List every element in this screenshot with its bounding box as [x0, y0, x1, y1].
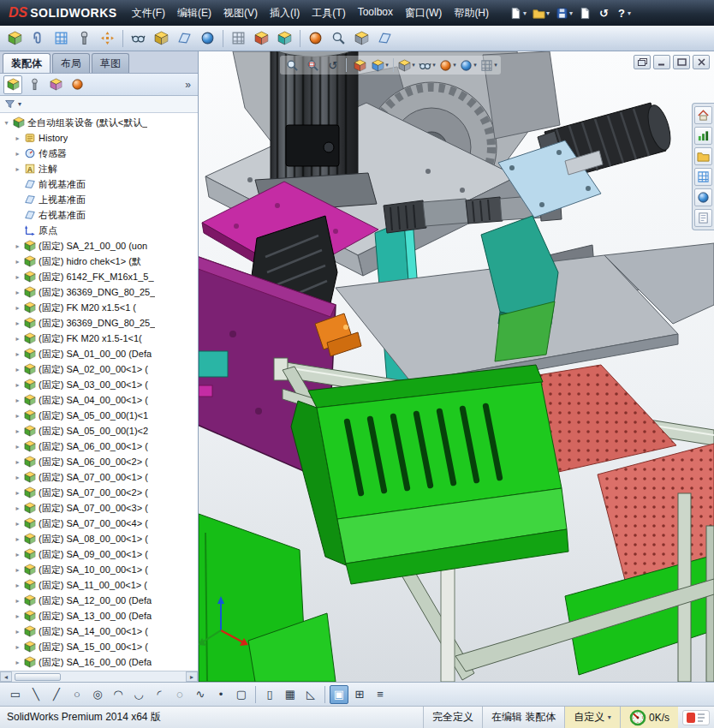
expand-arrow-icon[interactable]: ▸ [14, 289, 21, 296]
expand-arrow-icon[interactable]: ▸ [14, 134, 21, 142]
move-component-button[interactable] [97, 27, 118, 49]
expand-arrow-icon[interactable]: ▸ [14, 628, 21, 636]
expand-arrow-icon[interactable]: ▸ [14, 427, 21, 435]
tree-item-annotations[interactable]: ▸注解 [0, 161, 198, 176]
net-speed-widget[interactable]: 0K/s [620, 707, 678, 728]
tree-item-origin[interactable]: 原点 [0, 223, 198, 238]
expand-arrow-icon[interactable]: ▸ [14, 319, 21, 327]
instant3d-button[interactable] [274, 27, 295, 49]
view-settings-button[interactable]: ▾ [479, 57, 498, 74]
tree-item-component[interactable]: ▸(固定) FK M20 x1.5<1 ( [0, 300, 198, 315]
menu-toolbox[interactable]: Toolbox [352, 3, 399, 24]
expand-arrow-icon[interactable]: ▸ [14, 659, 21, 666]
3d-model-scene[interactable] [199, 51, 714, 682]
polygon-button[interactable]: ◺ [301, 685, 320, 704]
menu-edit[interactable]: 编辑(E) [171, 3, 217, 24]
tree-item-component[interactable]: ▸(固定) SA_12_00_00 (Defa [0, 593, 198, 608]
menu-file[interactable]: 文件(F) [126, 3, 171, 24]
tree-item-component[interactable]: ▸(固定) SA_02_00_00<1> ( [0, 361, 198, 377]
tree-horizontal-scrollbar[interactable]: ◂ ▸ [0, 671, 198, 682]
cascade-window-button[interactable] [634, 55, 651, 69]
motion-study-button[interactable] [197, 27, 218, 49]
three-point-arc-button[interactable]: ◜ [150, 685, 169, 704]
straight-slot-button[interactable]: ▯ [260, 685, 279, 704]
section-view-button[interactable] [374, 27, 396, 49]
tree-item-front-plane[interactable]: 前视基准面 [0, 176, 198, 192]
tree-item-component[interactable]: ▸(固定) hidro chek<1> (默 [0, 254, 198, 269]
sketch-button[interactable]: ▭ [6, 685, 25, 704]
tree-item-component[interactable]: ▸(固定) SA_11_00_00<1> ( [0, 577, 198, 593]
expand-arrow-icon[interactable]: ▸ [14, 520, 21, 528]
featuremanager-tab[interactable] [3, 75, 22, 94]
tab-layout[interactable]: 布局 [52, 53, 90, 73]
tree-item-sensors[interactable]: ▸传感器 [0, 146, 198, 161]
expand-arrow-icon[interactable]: ▸ [14, 458, 21, 466]
reference-geometry-button[interactable] [174, 27, 195, 49]
appearances-tab[interactable] [694, 188, 712, 206]
undo-button[interactable]: ↺ [595, 5, 613, 21]
mass-properties-button[interactable] [351, 27, 372, 49]
edit-appearance-button[interactable]: ▾ [438, 57, 457, 74]
tree-item-component[interactable]: ▸(固定) SA_03_00_00<1> ( [0, 377, 198, 392]
tree-item-component[interactable]: ▸(固定) SA_06_00_00<1> ( [0, 439, 198, 454]
tree-item-component[interactable]: ▸(固定) SA_13_00_00 (Defa [0, 608, 198, 624]
section-view-button[interactable] [350, 57, 369, 74]
view-orientation-button[interactable]: ▾ [371, 57, 390, 74]
perimeter-circle-button[interactable]: ◎ [88, 685, 107, 704]
display-style-button[interactable]: ▾ [397, 57, 416, 74]
previous-view-button[interactable]: ↺ [324, 57, 342, 74]
tree-item-component[interactable]: ▸(固定) SA_21_00_00 (uon [0, 238, 198, 254]
centerline-button[interactable]: ╱ [47, 685, 66, 704]
expand-arrow-icon[interactable]: ▸ [14, 335, 21, 343]
expand-arrow-icon[interactable]: ▸ [14, 474, 21, 481]
tree-filter-bar[interactable]: ▾ [0, 96, 198, 113]
bom-button[interactable] [228, 27, 249, 49]
apply-scene-button[interactable]: ▾ [459, 57, 478, 74]
tree-item-component[interactable]: ▸(固定) SA_09_00_00<1> ( [0, 546, 198, 562]
print-button[interactable] [576, 5, 594, 21]
expand-arrow-icon[interactable]: ▸ [14, 150, 21, 158]
tree-item-right-plane[interactable]: 右视基准面 [0, 207, 198, 223]
circle-button[interactable]: ○ [68, 685, 86, 704]
ellipse-button[interactable]: ◌ [170, 685, 189, 704]
tree-item-component[interactable]: ▸(固定) SA_07_00_00<2> ( [0, 485, 198, 500]
minimize-window-button[interactable] [653, 55, 670, 69]
insert-component-button[interactable] [4, 27, 26, 49]
display-grid-button[interactable]: ≡ [371, 685, 390, 704]
help-button[interactable]: ?▾ [614, 5, 634, 21]
spline-button[interactable]: ∿ [191, 685, 210, 704]
tree-item-top-plane[interactable]: 上视基准面 [0, 192, 198, 207]
expand-arrow-icon[interactable]: ▸ [14, 551, 21, 558]
smart-fasteners-button[interactable] [74, 27, 95, 49]
tree-item-component[interactable]: ▸(固定) SA_07_00_00<3> ( [0, 500, 198, 516]
tree-item-component[interactable]: ▸(固定) SA_14_00_00<1> ( [0, 624, 198, 639]
assembly-features-button[interactable] [151, 27, 172, 49]
restore-window-button[interactable] [673, 55, 690, 69]
tree-item-component[interactable]: ▸(固定) 6142_FK_M16x1_5_ [0, 269, 198, 284]
tree-item-component[interactable]: ▸(固定) SA_05_00_00(1)<1 [0, 408, 198, 423]
scrollbar-thumb[interactable] [15, 673, 61, 681]
show-hidden-button[interactable] [128, 27, 149, 49]
expand-arrow-icon[interactable]: ▸ [14, 597, 21, 605]
expand-arrow-icon[interactable]: ▸ [14, 397, 21, 404]
point-button[interactable]: • [211, 685, 230, 704]
open-button[interactable]: ▾ [530, 5, 552, 21]
expand-arrow-icon[interactable]: ▸ [14, 412, 21, 420]
tree-item-component[interactable]: ▸(固定) FK M20 x1.5-1<1( [0, 331, 198, 346]
linear-pattern-button[interactable] [51, 27, 72, 49]
tree-item-component[interactable]: ▸(固定) SA_15_00_00<1> ( [0, 639, 198, 654]
tree-item-component[interactable]: ▸(固定) 36369_DNG_80_25_ [0, 315, 198, 331]
status-custom-dropdown[interactable]: 自定义 ▾ [564, 707, 619, 728]
zoom-fit-button[interactable] [283, 57, 301, 74]
menu-view[interactable]: 视图(V) [217, 3, 264, 24]
model-chute[interactable] [291, 365, 568, 584]
mate-button[interactable] [27, 27, 49, 49]
expand-arrow-icon[interactable]: ▸ [14, 165, 21, 173]
expand-arrow-icon[interactable]: ▸ [14, 366, 21, 373]
tree-root[interactable]: ▾全自动组装设备 (默认<默认_ [0, 115, 198, 130]
expand-arrow-icon[interactable]: ▸ [14, 566, 21, 574]
menu-help[interactable]: 帮助(H) [448, 3, 495, 24]
interference-button[interactable] [305, 27, 326, 49]
expand-arrow-icon[interactable]: ▸ [14, 242, 21, 250]
expand-arrow-icon[interactable]: ▸ [14, 350, 21, 358]
